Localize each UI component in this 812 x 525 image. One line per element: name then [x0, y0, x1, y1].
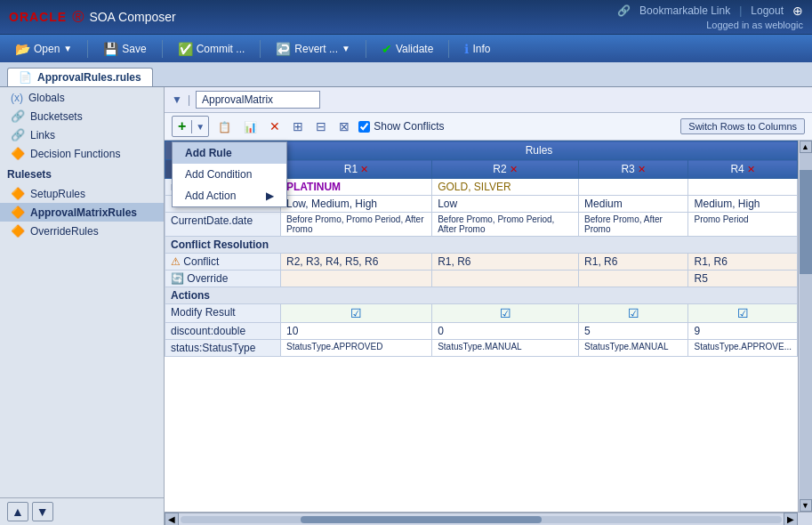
commit-label: Commit ... [197, 43, 245, 55]
sidebar-item-links[interactable]: 🔗 Links [0, 125, 164, 144]
sidebar-item-override-rules[interactable]: 🔶 OverrideRules [0, 222, 164, 240]
discount-r3: 5 [579, 323, 688, 340]
r4-delete-icon[interactable]: ✕ [747, 164, 755, 174]
decision-functions-label: Decision Functions [30, 148, 120, 160]
validate-label: Validate [396, 43, 433, 55]
sidebar: (x) Globals 🔗 Bucketsets 🔗 Links 🔶 Decis… [0, 87, 165, 525]
header-right: 🔗 Bookmarkable Link | Logout ⊕ Logged in… [617, 4, 803, 30]
rules-top-bar: ▼ | [165, 87, 812, 113]
delete-button[interactable]: ✕ [266, 117, 284, 135]
date-r1: Before Promo, Promo Period, After Promo [281, 213, 432, 237]
logout-icon: ⊕ [792, 4, 803, 18]
level-r2: Low [432, 196, 579, 213]
collapse-icon[interactable]: ▼ [172, 93, 182, 106]
grid-icon-button-3[interactable]: ⊠ [335, 117, 353, 135]
commit-button[interactable]: ✅ Commit ... [170, 38, 253, 60]
revert-label: Revert ... [294, 43, 338, 55]
actions-section-header-row: Actions [165, 287, 798, 304]
add-button-group[interactable]: + ▼ [172, 116, 209, 137]
hscroll-right-button[interactable]: ▶ [784, 513, 798, 526]
sidebar-down-button[interactable]: ▼ [32, 502, 53, 521]
revert-button[interactable]: ↩️ Revert ... ▼ [268, 38, 358, 60]
conflict-row: ⚠ Conflict R2, R3, R4, R5, R6 R1, R6 R1,… [165, 254, 798, 271]
add-dropdown-menu: Add Rule Add Condition Add Action ▶ [172, 141, 287, 207]
conflict-section-header: Conflict Resolution [165, 237, 798, 254]
add-rule-item[interactable]: Add Rule [173, 142, 286, 164]
info-button[interactable]: ℹ Info [456, 38, 498, 60]
soa-composer-label: SOA Composer [89, 10, 175, 24]
sidebar-item-globals[interactable]: (x) Globals [0, 89, 164, 107]
revert-dropdown-icon[interactable]: ▼ [342, 44, 350, 53]
override-r1 [281, 271, 432, 287]
conflict-label: ⚠ Conflict [165, 254, 281, 271]
override-row: 🔄 Override R5 [165, 271, 798, 287]
col-r4[interactable]: R4 ✕ [688, 160, 798, 179]
status-row: status:StatusType StatusType.APPROVED St… [165, 340, 798, 357]
show-conflicts-checkbox[interactable] [358, 121, 370, 133]
add-condition-item[interactable]: Add Condition [173, 164, 286, 185]
hscroll-left-button[interactable]: ◀ [165, 513, 179, 526]
override-rules-label: OverrideRules [30, 225, 99, 238]
discount-label: discount:double [165, 323, 281, 340]
globals-icon: (x) [11, 92, 23, 104]
override-icon: 🔄 [171, 272, 184, 285]
save-icon: 💾 [103, 42, 118, 56]
hscroll-track[interactable] [181, 516, 782, 523]
add-main-button[interactable]: + [173, 117, 191, 136]
main-area: (x) Globals 🔗 Bucketsets 🔗 Links 🔶 Decis… [0, 87, 812, 525]
submenu-arrow: ▶ [266, 190, 274, 202]
conflict-r3: R1, R6 [579, 254, 688, 271]
modify-r2: ☑ [432, 304, 579, 323]
sidebar-up-button[interactable]: ▲ [7, 502, 28, 521]
scroll-up-button[interactable]: ▲ [800, 141, 812, 153]
bookmarkable-link[interactable]: Bookmarkable Link [639, 4, 730, 17]
setup-rules-icon: 🔶 [11, 187, 25, 200]
edit-table-button-2[interactable]: 📊 [240, 117, 261, 135]
rules-group-header: Rules [281, 141, 798, 160]
sidebar-item-bucketsets[interactable]: 🔗 Bucketsets [0, 107, 164, 125]
discount-row: discount:double 10 0 5 9 [165, 323, 798, 340]
col-r1[interactable]: R1 ✕ [281, 160, 432, 179]
table-row: CurrentDate.date Before Promo, Promo Per… [165, 213, 798, 237]
edit-table-button[interactable]: 📋 [214, 117, 235, 135]
discount-r1: 10 [281, 323, 432, 340]
logout-link[interactable]: Logout [751, 4, 784, 17]
folder-icon: 📂 [15, 42, 30, 56]
override-r2 [432, 271, 579, 287]
rules-toolbar: + ▼ 📋 📊 ✕ ⊞ ⊟ ⊠ Show Conflicts Swit [165, 113, 812, 141]
scroll-thumb [800, 170, 812, 274]
r2-delete-icon[interactable]: ✕ [510, 164, 518, 174]
status-r2: StatusType.MANUAL [432, 340, 579, 357]
approval-matrix-label: ApprovalMatrixRules [30, 206, 137, 219]
col-r3[interactable]: R3 ✕ [579, 160, 688, 179]
r1-delete-icon[interactable]: ✕ [360, 164, 368, 174]
rules-name-input[interactable] [196, 91, 320, 109]
level-r1: Low, Medium, High [281, 196, 432, 213]
modify-result-label: Modify Result [165, 304, 281, 323]
add-dropdown-button[interactable]: ▼ [191, 120, 208, 133]
scroll-down-button[interactable]: ▼ [800, 499, 812, 512]
scroll-track[interactable] [800, 153, 812, 499]
bottom-scroll-area: ◀ ▶ [165, 512, 812, 525]
grid-icon-button[interactable]: ⊞ [289, 117, 307, 135]
logged-in-text: Logged in as weblogic [706, 20, 803, 30]
chain-icon: 🔗 [617, 4, 631, 17]
sidebar-item-decision-functions[interactable]: 🔶 Decision Functions [0, 144, 164, 163]
col-r2[interactable]: R2 ✕ [432, 160, 579, 179]
grid-icon-button-2[interactable]: ⊟ [312, 117, 330, 135]
date-r2: Before Promo, Promo Period, After Promo [432, 213, 579, 237]
tab-approval-rules[interactable]: 📄 ApprovalRules.rules [7, 68, 153, 86]
vertical-scrollbar[interactable]: ▲ ▼ [798, 141, 812, 512]
oracle-logo: ORACLE [9, 10, 67, 24]
add-action-item[interactable]: Add Action ▶ [173, 185, 286, 206]
membership-r4 [688, 179, 798, 196]
save-button[interactable]: 💾 Save [95, 38, 154, 60]
r3-delete-icon[interactable]: ✕ [638, 164, 646, 174]
validate-button[interactable]: ✔ Validate [374, 38, 441, 60]
sidebar-item-setup-rules[interactable]: 🔶 SetupRules [0, 184, 164, 203]
open-dropdown-icon[interactable]: ▼ [63, 44, 72, 53]
switch-rows-columns-button[interactable]: Switch Rows to Columns [680, 118, 805, 134]
open-button[interactable]: 📂 Open ▼ [7, 38, 80, 60]
save-label: Save [122, 43, 146, 55]
sidebar-item-approval-matrix-rules[interactable]: 🔶 ApprovalMatrixRules [0, 203, 164, 222]
